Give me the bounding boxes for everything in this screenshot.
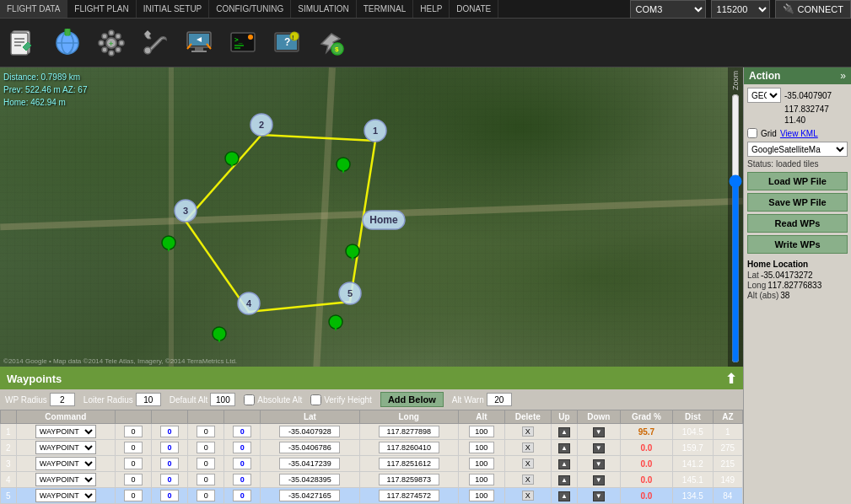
- p3-input[interactable]: [197, 490, 215, 501]
- row-p2[interactable]: [152, 440, 188, 456]
- p1-input[interactable]: [124, 490, 143, 501]
- p3-input[interactable]: [197, 442, 215, 453]
- menu-flight-plan[interactable]: FLIGHT PLAN: [67, 0, 136, 18]
- delete-button[interactable]: X: [522, 458, 534, 469]
- p2-input[interactable]: [160, 442, 179, 453]
- baud-rate-select[interactable]: 115200 57600 9600: [711, 0, 770, 19]
- donate-toolbar-btn[interactable]: $: [314, 26, 347, 60]
- row-p4[interactable]: [224, 440, 261, 456]
- row-delete[interactable]: X: [504, 472, 551, 488]
- command-select[interactable]: WAYPOINT LOITER_UNLIM RTL: [35, 457, 96, 470]
- grid-checkbox[interactable]: [747, 128, 757, 138]
- row-long[interactable]: [359, 488, 458, 504]
- row-down[interactable]: ▼: [577, 472, 620, 488]
- initial-setup-toolbar-btn[interactable]: +: [94, 26, 128, 60]
- row-alt[interactable]: [458, 424, 504, 440]
- read-wps-button[interactable]: Read WPs: [747, 214, 848, 233]
- up-button[interactable]: ▲: [558, 427, 570, 437]
- lat-input[interactable]: [279, 458, 340, 469]
- row-p4[interactable]: [224, 456, 261, 472]
- p3-input[interactable]: [197, 458, 215, 469]
- row-long[interactable]: [359, 424, 458, 440]
- lat-input[interactable]: [279, 490, 340, 501]
- coord-type-select[interactable]: GEO UTM: [747, 88, 781, 103]
- expand-button[interactable]: »: [840, 70, 846, 82]
- help-toolbar-btn[interactable]: ? !: [270, 26, 304, 60]
- row-p1[interactable]: [115, 472, 151, 488]
- row-long[interactable]: [359, 440, 458, 456]
- row-lat[interactable]: [261, 472, 359, 488]
- down-button[interactable]: ▼: [593, 459, 605, 469]
- save-wp-file-button[interactable]: Save WP File: [747, 193, 848, 212]
- menu-donate[interactable]: DONATE: [450, 0, 498, 18]
- verify-height-checkbox[interactable]: [310, 394, 321, 405]
- row-p4[interactable]: [224, 488, 261, 504]
- row-p3[interactable]: [188, 488, 224, 504]
- row-up[interactable]: ▲: [551, 472, 577, 488]
- row-lat[interactable]: [261, 440, 359, 456]
- row-p2[interactable]: [152, 424, 188, 440]
- flight-data-toolbar-btn[interactable]: [7, 26, 40, 60]
- up-button[interactable]: ▲: [558, 491, 570, 501]
- row-lat[interactable]: [261, 488, 359, 504]
- zoom-slider[interactable]: [730, 94, 741, 363]
- p1-input[interactable]: [124, 474, 143, 485]
- p4-input[interactable]: [233, 474, 251, 485]
- absolute-alt-checkbox[interactable]: [244, 394, 255, 405]
- long-input[interactable]: [379, 426, 439, 437]
- default-alt-input[interactable]: [210, 393, 235, 406]
- menu-help[interactable]: HELP: [413, 0, 450, 18]
- view-kml-link[interactable]: View KML: [780, 129, 818, 138]
- menu-terminal[interactable]: TERMINAL: [357, 0, 414, 18]
- write-wps-button[interactable]: Write WPs: [747, 235, 848, 254]
- lat-input[interactable]: [279, 426, 340, 437]
- down-button[interactable]: ▼: [593, 443, 605, 453]
- simulation-toolbar-btn[interactable]: [182, 26, 216, 60]
- down-button[interactable]: ▼: [593, 491, 605, 501]
- row-alt[interactable]: [458, 488, 504, 504]
- delete-button[interactable]: X: [522, 442, 534, 453]
- row-alt[interactable]: [458, 472, 504, 488]
- p1-input[interactable]: [124, 442, 143, 453]
- row-p4[interactable]: [224, 424, 261, 440]
- menu-config-tuning[interactable]: CONFIG/TUNING: [209, 0, 291, 18]
- command-select[interactable]: WAYPOINT LOITER_UNLIM RTL: [35, 425, 96, 438]
- p4-input[interactable]: [233, 426, 251, 437]
- flight-plan-toolbar-btn[interactable]: [51, 26, 84, 60]
- row-delete[interactable]: X: [504, 424, 551, 440]
- row-up[interactable]: ▲: [551, 456, 577, 472]
- row-p1[interactable]: [115, 456, 151, 472]
- row-up[interactable]: ▲: [551, 424, 577, 440]
- row-down[interactable]: ▼: [577, 424, 620, 440]
- p1-input[interactable]: [124, 458, 143, 469]
- row-down[interactable]: ▼: [577, 488, 620, 504]
- config-tuning-toolbar-btn[interactable]: [138, 26, 172, 60]
- row-command[interactable]: WAYPOINT LOITER_UNLIM RTL: [16, 488, 115, 504]
- row-p3[interactable]: [188, 472, 224, 488]
- row-p3[interactable]: [188, 440, 224, 456]
- delete-button[interactable]: X: [522, 426, 534, 437]
- up-button[interactable]: ▲: [558, 443, 570, 453]
- p1-input[interactable]: [124, 426, 143, 437]
- connect-button[interactable]: 🔌 CONNECT: [775, 0, 851, 19]
- row-lat[interactable]: [261, 456, 359, 472]
- p4-input[interactable]: [233, 458, 251, 469]
- row-command[interactable]: WAYPOINT LOITER_UNLIM RTL: [16, 424, 115, 440]
- row-command[interactable]: WAYPOINT LOITER_UNLIM RTL: [16, 456, 115, 472]
- menu-initial-setup[interactable]: INITIAL SETUP: [137, 0, 210, 18]
- com-port-select[interactable]: COM3 COM1 COM2: [630, 0, 706, 19]
- menu-flight-data[interactable]: FLIGHT DATA: [0, 0, 67, 18]
- row-p2[interactable]: [152, 488, 188, 504]
- row-alt[interactable]: [458, 440, 504, 456]
- command-select[interactable]: WAYPOINT LOITER_UNLIM RTL: [35, 441, 96, 454]
- load-wp-file-button[interactable]: Load WP File: [747, 172, 848, 190]
- lat-input[interactable]: [279, 442, 340, 453]
- p2-input[interactable]: [160, 426, 179, 437]
- map-container[interactable]: Distance: 0.7989 km Prev: 522.46 m AZ: 6…: [0, 67, 743, 367]
- alt-input[interactable]: [469, 442, 494, 453]
- p3-input[interactable]: [197, 426, 215, 437]
- row-delete[interactable]: X: [504, 440, 551, 456]
- p2-input[interactable]: [160, 490, 179, 501]
- terminal-toolbar-btn[interactable]: >_: [226, 26, 260, 60]
- row-p1[interactable]: [115, 440, 151, 456]
